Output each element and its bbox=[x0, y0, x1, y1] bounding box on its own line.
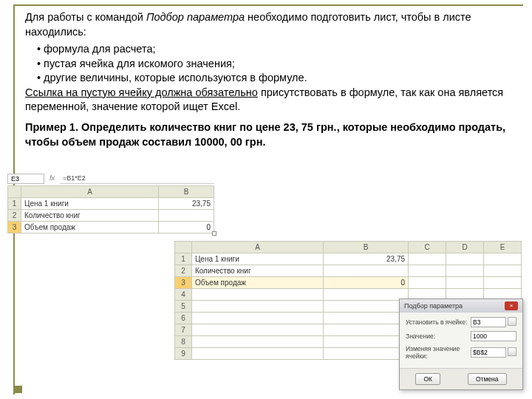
bullet-list: формула для расчета; пустая ячейка для и… bbox=[25, 42, 516, 86]
slide-marker-icon bbox=[15, 386, 22, 393]
cell[interactable]: Количество книг bbox=[191, 265, 323, 277]
formula-bar[interactable]: =B1*E2 bbox=[60, 174, 214, 184]
excel-screenshot-small: E3 fx =B1*E2 AB 1Цена 1 книги23,75 2Коли… bbox=[7, 174, 214, 233]
cell-a2[interactable]: Количество книг bbox=[21, 210, 159, 222]
col-header[interactable]: B bbox=[324, 242, 409, 253]
bullet-2: пустая ячейка для искомого значения; bbox=[37, 57, 516, 72]
cell[interactable]: 0 bbox=[324, 277, 409, 289]
label-value: Значение: bbox=[406, 332, 435, 340]
col-header[interactable]: C bbox=[409, 242, 446, 253]
cell[interactable]: Цена 1 книги bbox=[191, 253, 323, 265]
cell-b1[interactable]: 23,75 bbox=[159, 198, 214, 210]
cell[interactable] bbox=[324, 265, 409, 277]
intro-text: Для работы с командой Подбор параметра н… bbox=[25, 10, 516, 39]
dialog-title-text: Подбор параметра bbox=[404, 302, 463, 310]
bullet-3: другие величины, которые используются в … bbox=[37, 71, 516, 86]
fx-icon[interactable]: fx bbox=[47, 174, 57, 184]
resize-handle-icon bbox=[212, 231, 216, 236]
input-value[interactable] bbox=[471, 331, 516, 341]
close-icon[interactable]: × bbox=[505, 301, 518, 310]
intro-a: Для работы с командой bbox=[25, 11, 146, 23]
cell-a3[interactable]: Объем продаж bbox=[21, 222, 159, 233]
input-changing-cell[interactable] bbox=[471, 347, 506, 358]
dialog-titlebar[interactable]: Подбор параметра × bbox=[400, 299, 522, 313]
ref-picker-icon[interactable] bbox=[508, 317, 516, 326]
cell[interactable]: Объем продаж bbox=[191, 277, 323, 289]
col-header[interactable]: A bbox=[191, 242, 323, 253]
goal-seek-dialog: Подбор параметра × Установить в ячейке: … bbox=[399, 299, 523, 390]
col-header-b[interactable]: B bbox=[159, 186, 214, 198]
ok-button[interactable]: ОК bbox=[415, 373, 440, 385]
cell-b2[interactable] bbox=[159, 210, 214, 222]
intro-emph: Подбор параметра bbox=[146, 11, 245, 23]
cell-b3[interactable]: 0 bbox=[159, 222, 214, 233]
example-text: Пример 1. Определить количество книг по … bbox=[25, 120, 516, 149]
col-header[interactable]: E bbox=[483, 242, 521, 253]
label-changing-cell: Изменяя значение ячейки: bbox=[406, 345, 468, 360]
cancel-button[interactable]: Отмена bbox=[468, 373, 507, 385]
cell[interactable]: 23,75 bbox=[324, 253, 409, 265]
label-set-cell: Установить в ячейке: bbox=[406, 318, 467, 326]
input-set-cell[interactable] bbox=[471, 317, 506, 327]
ref-text: Ссылка на пустую ячейку должна обязатель… bbox=[25, 86, 516, 115]
ref-underline: Ссылка на пустую ячейку должна обязатель… bbox=[25, 86, 258, 98]
name-box[interactable]: E3 bbox=[7, 174, 44, 184]
col-header[interactable]: D bbox=[446, 242, 484, 253]
col-header-a[interactable]: A bbox=[21, 186, 159, 198]
cell-a1[interactable]: Цена 1 книги bbox=[21, 198, 159, 210]
ref-picker-icon[interactable] bbox=[508, 347, 516, 356]
bullet-1: формула для расчета; bbox=[37, 42, 516, 57]
sheet-small: AB 1Цена 1 книги23,75 2Количество книг 3… bbox=[7, 185, 214, 233]
